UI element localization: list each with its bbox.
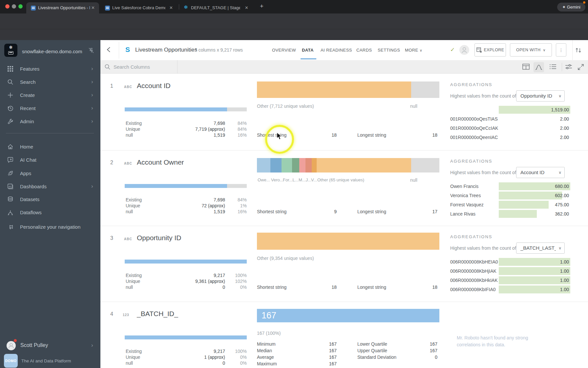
instance-logo[interactable]: ❄ — [4, 44, 17, 57]
tab-cards[interactable]: CARDS — [356, 48, 372, 53]
plus-icon — [7, 92, 13, 98]
gemini-button[interactable]: ✦ Gemini — [557, 3, 585, 12]
value-distribution-bar[interactable] — [257, 158, 439, 172]
aggregation-bar — [499, 267, 570, 275]
other-segment[interactable] — [317, 158, 411, 172]
null-segment[interactable] — [411, 158, 439, 172]
salesforce-source-icon: S — [125, 46, 130, 54]
open-with-button[interactable]: OPEN WITH ∨ — [510, 43, 552, 57]
single-value-bar[interactable]: 167 — [257, 309, 439, 322]
other-segment[interactable] — [257, 233, 439, 250]
chevron-down-icon: ∨ — [420, 48, 422, 52]
search-icon — [104, 64, 111, 70]
sidebar-item-create[interactable]: Create › — [0, 89, 100, 102]
value-segment[interactable] — [282, 158, 292, 172]
close-tab-icon[interactable]: ✕ — [169, 5, 173, 11]
value-distribution-bar[interactable] — [257, 233, 439, 250]
back-button[interactable] — [105, 46, 113, 54]
sidebar-item-datasets[interactable]: Datasets — [0, 193, 100, 206]
value-segment[interactable] — [299, 158, 305, 172]
aggregation-field-dropdown[interactable]: Opportunity ID∨ — [516, 90, 565, 102]
tab-overview[interactable]: OVERVIEW — [272, 48, 296, 53]
close-tab-icon[interactable]: ✕ — [245, 5, 248, 11]
distribution-view-icon[interactable] — [535, 64, 542, 70]
sidebar-item-search[interactable]: Search › — [0, 76, 100, 89]
other-segment[interactable] — [257, 81, 411, 98]
column-name[interactable]: Account ID — [137, 82, 171, 90]
other-values-label: Other (9,354 unique values) — [257, 256, 314, 261]
toolbar-divider — [562, 63, 562, 71]
close-window-button[interactable] — [5, 4, 10, 9]
browser-tab-2[interactable]: Live Salesforce Cobra Demo ✕ — [100, 2, 177, 13]
segment-label: Owe... — [258, 177, 270, 182]
browser-tab-1[interactable]: Livestream Opportunities - D ✕ — [26, 2, 99, 13]
sidebar-item-apps[interactable]: Apps — [0, 167, 100, 180]
brand-tagline: The AI and Data Platform — [21, 358, 71, 363]
sidebar-item-personalize[interactable]: Personalize your navigation — [0, 220, 100, 234]
zoom-window-button[interactable] — [18, 4, 23, 9]
column-name[interactable]: _BATCH_ID_ — [137, 310, 178, 318]
sidebar-item-home[interactable]: Home — [0, 140, 100, 153]
minimize-window-button[interactable] — [12, 4, 16, 9]
new-tab-button[interactable]: + — [260, 3, 263, 10]
filter-sliders-icon[interactable] — [565, 64, 572, 70]
aggregation-prefix: Highest values from the count of — [450, 170, 516, 175]
list-view-icon[interactable] — [549, 64, 556, 70]
browser-tab-3[interactable]: ❄ DEFAULT_STAGE | Stage ✕ — [180, 2, 254, 13]
header-more-menu[interactable]: ⋮ — [556, 43, 566, 57]
value-segment[interactable] — [257, 158, 270, 172]
branch-icon — [7, 209, 13, 216]
chevron-right-icon: › — [91, 65, 93, 72]
domo-favicon — [105, 6, 110, 11]
tab-settings[interactable]: SETTINGS — [378, 48, 400, 53]
header-right-divider — [572, 40, 573, 60]
unpin-sidebar-icon[interactable] — [88, 47, 94, 54]
string-length-stats: Shortest string18 Longest string18 — [257, 284, 439, 290]
user-name[interactable]: Scott Pulley — [20, 342, 48, 348]
explore-button[interactable]: EXPLORE — [474, 43, 506, 57]
notification-dot — [583, 1, 585, 4]
sidebar-item-ai-chat[interactable]: AI Chat — [0, 153, 100, 167]
value-segment[interactable] — [312, 158, 317, 172]
dataset-title: Livestream Opportunities — [135, 47, 197, 53]
table-view-icon[interactable] — [522, 64, 530, 70]
value-segment[interactable] — [292, 158, 299, 172]
sidebar-item-dashboards[interactable]: Dashboards › — [0, 180, 100, 193]
column-number: 1 — [110, 83, 113, 89]
domo-logo: DOMO — [4, 354, 18, 368]
tab-title: Live Salesforce Cobra Demo — [112, 5, 165, 11]
wrench-icon — [7, 118, 13, 125]
value-distribution-bar[interactable] — [257, 81, 439, 98]
null-segment[interactable] — [411, 81, 439, 98]
aggregations-header: AGGREGATIONS — [450, 234, 493, 239]
tab-data[interactable]: DATA — [302, 48, 314, 53]
sparkle-icon: ✦ — [562, 5, 567, 10]
column-name[interactable]: Account Owner — [137, 158, 184, 166]
sidebar-item-recent[interactable]: Recent › — [0, 102, 100, 115]
aggregation-field-dropdown[interactable]: Account ID∨ — [516, 167, 565, 178]
chevron-right-icon: › — [91, 79, 93, 85]
close-tab-icon[interactable]: ✕ — [91, 5, 95, 11]
expand-icon[interactable] — [578, 64, 584, 70]
stat-unique: Unique9,361 (approx)102% — [126, 278, 247, 284]
chevron-down-icon: ∨ — [543, 48, 545, 52]
sidebar-divider — [6, 133, 94, 133]
search-columns-input[interactable] — [113, 62, 173, 71]
column-number: 4 — [110, 311, 113, 317]
aggregation-field-dropdown[interactable]: _BATCH_LAST_RU∨ — [516, 242, 565, 254]
sidebar-item-admin[interactable]: Admin › — [0, 115, 100, 128]
user-avatar[interactable] — [7, 341, 16, 350]
column-name[interactable]: Opportunity ID — [137, 234, 181, 242]
value-segment[interactable] — [305, 158, 312, 172]
aggregation-row: 001R000000oQeCcIAK2.00 — [450, 124, 571, 133]
sidebar-item-dataflows[interactable]: Dataflows — [0, 206, 100, 219]
sidebar-item-features[interactable]: Features › — [0, 62, 100, 76]
sort-updown-icon[interactable] — [575, 47, 582, 53]
value-segment[interactable] — [270, 158, 282, 172]
tab-ai-readiness[interactable]: AI READINESS — [321, 48, 352, 53]
owner-avatar[interactable] — [459, 45, 469, 55]
tab-divider — [179, 4, 179, 10]
sync-check-icon: ✓ — [450, 46, 455, 53]
tab-more[interactable]: MORE ∨ — [405, 48, 422, 53]
chevron-down-icon: ∨ — [558, 243, 561, 253]
